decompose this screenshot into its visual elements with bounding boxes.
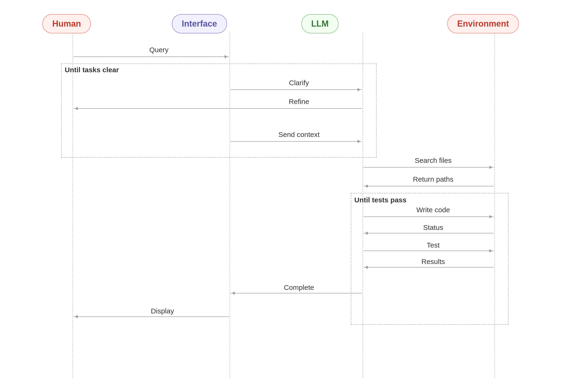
arrow-search-files bbox=[363, 167, 494, 168]
sequence-diagram: Human Interface LLM Environment Query Un… bbox=[0, 0, 565, 392]
label-query: Query bbox=[118, 46, 200, 54]
arrow-complete bbox=[231, 293, 362, 294]
label-results: Results bbox=[389, 258, 478, 266]
arrow-refine bbox=[73, 108, 362, 109]
label-refine: Refine bbox=[254, 98, 344, 106]
actor-llm: LLM bbox=[301, 14, 338, 33]
arrow-send-context bbox=[231, 141, 362, 142]
actor-interface-label: Interface bbox=[182, 19, 217, 28]
arrow-display bbox=[73, 316, 229, 317]
label-test: Test bbox=[389, 241, 478, 249]
label-write-code: Write code bbox=[389, 206, 478, 214]
loop-box-1 bbox=[61, 64, 377, 158]
arrow-write-code bbox=[363, 216, 494, 217]
arrow-test bbox=[363, 251, 494, 251]
arrow-status bbox=[363, 233, 494, 233]
label-search-files: Search files bbox=[389, 156, 478, 165]
actor-interface: Interface bbox=[172, 14, 227, 33]
label-send-context: Send context bbox=[254, 131, 344, 139]
actor-human: Human bbox=[42, 14, 91, 33]
loop-label-1: Until tasks clear bbox=[65, 66, 119, 74]
label-status: Status bbox=[389, 224, 478, 232]
arrow-clarify bbox=[231, 89, 362, 90]
actor-environment: Environment bbox=[447, 14, 519, 33]
label-complete: Complete bbox=[254, 283, 344, 292]
actor-llm-label: LLM bbox=[311, 19, 329, 28]
actor-human-label: Human bbox=[52, 19, 81, 28]
arrow-results bbox=[363, 267, 494, 267]
arrow-query bbox=[73, 56, 229, 57]
actor-environment-label: Environment bbox=[457, 19, 509, 28]
label-clarify: Clarify bbox=[254, 79, 344, 87]
arrow-return-paths bbox=[363, 186, 494, 186]
label-return-paths: Return paths bbox=[389, 175, 478, 183]
loop-label-2: Until tests pass bbox=[354, 196, 406, 204]
label-display: Display bbox=[118, 307, 207, 315]
